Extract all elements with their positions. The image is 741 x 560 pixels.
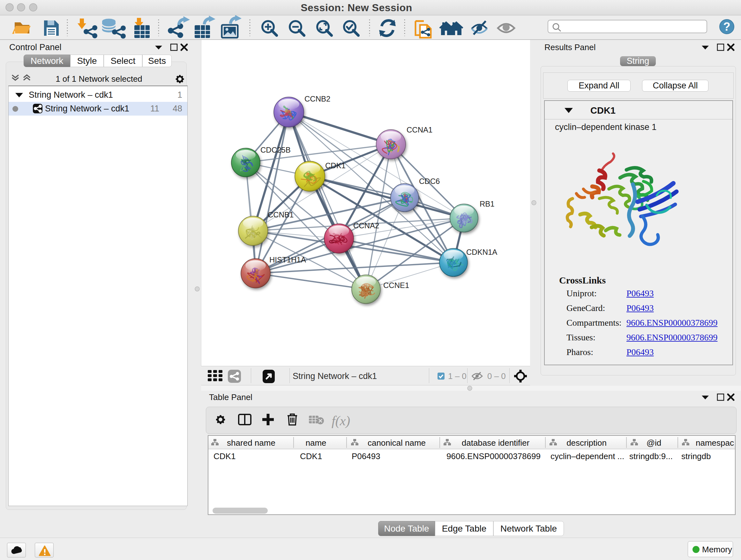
svg-text:CDK1: CDK1 bbox=[325, 161, 346, 170]
svg-text:CCNE1: CCNE1 bbox=[383, 281, 409, 290]
svg-text:CDC25B: CDC25B bbox=[260, 145, 291, 154]
svg-text:CCNA1: CCNA1 bbox=[407, 125, 432, 134]
svg-text:CDKN1A: CDKN1A bbox=[466, 248, 497, 256]
svg-text:CCNA2: CCNA2 bbox=[353, 221, 379, 230]
svg-text:CCNB2: CCNB2 bbox=[305, 95, 330, 103]
svg-text:CCNB1: CCNB1 bbox=[268, 210, 293, 219]
svg-text:RB1: RB1 bbox=[480, 199, 495, 208]
svg-text:HIST1H1A: HIST1H1A bbox=[269, 255, 306, 264]
svg-text:CDC6: CDC6 bbox=[419, 177, 440, 186]
